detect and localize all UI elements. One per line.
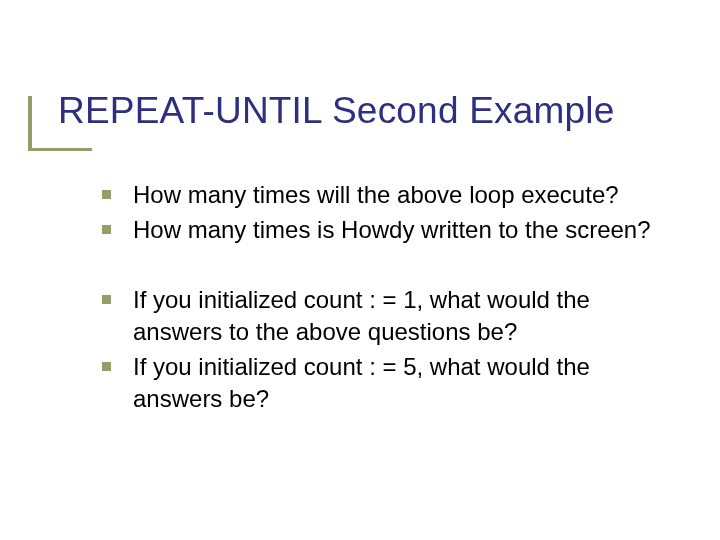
list-item: If you initialized count : = 1, what wou… bbox=[102, 284, 670, 347]
square-bullet-icon bbox=[102, 362, 111, 371]
spacer bbox=[102, 250, 670, 284]
list-item: How many times will the above loop execu… bbox=[102, 179, 670, 211]
list-item: How many times is Howdy written to the s… bbox=[102, 214, 670, 246]
square-bullet-icon bbox=[102, 295, 111, 304]
bullet-text: How many times will the above loop execu… bbox=[133, 179, 619, 211]
slide-body: How many times will the above loop execu… bbox=[102, 179, 670, 415]
square-bullet-icon bbox=[102, 225, 111, 234]
list-item: If you initialized count : = 5, what wou… bbox=[102, 351, 670, 414]
bullet-text: How many times is Howdy written to the s… bbox=[133, 214, 651, 246]
slide: REPEAT-UNTIL Second Example How many tim… bbox=[0, 0, 720, 540]
slide-title: REPEAT-UNTIL Second Example bbox=[58, 90, 720, 133]
title-block: REPEAT-UNTIL Second Example bbox=[58, 90, 720, 133]
bullet-text: If you initialized count : = 1, what wou… bbox=[133, 284, 670, 347]
title-accent-vertical bbox=[28, 96, 32, 148]
bullet-text: If you initialized count : = 5, what wou… bbox=[133, 351, 670, 414]
title-accent-horizontal bbox=[28, 148, 92, 151]
square-bullet-icon bbox=[102, 190, 111, 199]
